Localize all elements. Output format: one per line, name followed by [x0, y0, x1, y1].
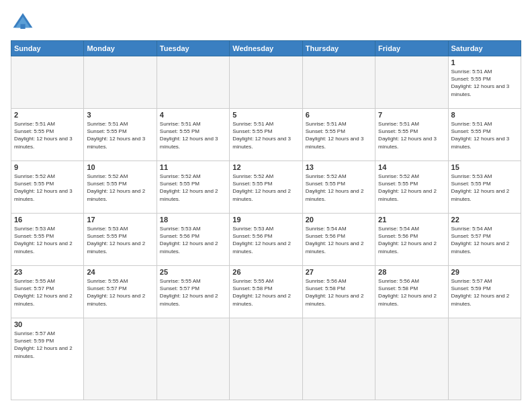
calendar-cell: 5Sunrise: 5:51 AMSunset: 5:55 PMDaylight…: [230, 109, 302, 161]
calendar-cell: [84, 318, 157, 400]
day-number: 5: [232, 111, 299, 119]
calendar-cell: 15Sunrise: 5:53 AMSunset: 5:55 PMDayligh…: [448, 161, 521, 214]
calendar-cell: 23Sunrise: 5:55 AMSunset: 5:57 PMDayligh…: [11, 266, 84, 318]
day-info: Sunrise: 5:53 AMSunset: 5:55 PMDaylight:…: [14, 225, 81, 255]
calendar-cell: [448, 318, 521, 400]
day-number: 1: [451, 58, 518, 66]
day-number: 15: [451, 163, 518, 171]
logo-icon: [11, 11, 35, 35]
day-info: Sunrise: 5:52 AMSunset: 5:55 PMDaylight:…: [378, 173, 445, 203]
day-info: Sunrise: 5:54 AMSunset: 5:56 PMDaylight:…: [378, 225, 445, 255]
calendar-cell: [302, 318, 375, 400]
calendar-cell: [230, 318, 302, 400]
day-number: 28: [378, 268, 445, 276]
calendar-cell: 21Sunrise: 5:54 AMSunset: 5:56 PMDayligh…: [375, 214, 448, 266]
calendar-cell: 1Sunrise: 5:51 AMSunset: 5:55 PMDaylight…: [448, 56, 521, 109]
day-number: 11: [160, 163, 226, 171]
day-info: Sunrise: 5:52 AMSunset: 5:55 PMDaylight:…: [87, 173, 153, 203]
day-number: 23: [14, 268, 81, 276]
day-number: 16: [14, 216, 81, 224]
day-number: 4: [160, 111, 226, 119]
calendar-cell: 14Sunrise: 5:52 AMSunset: 5:55 PMDayligh…: [375, 161, 448, 214]
calendar-cell: 16Sunrise: 5:53 AMSunset: 5:55 PMDayligh…: [11, 214, 84, 266]
day-number: 8: [451, 111, 518, 119]
col-header-friday: Friday: [375, 41, 448, 56]
day-number: 29: [451, 268, 518, 276]
day-number: 10: [87, 163, 153, 171]
day-number: 22: [451, 216, 518, 224]
day-info: Sunrise: 5:52 AMSunset: 5:55 PMDaylight:…: [232, 173, 299, 203]
col-header-saturday: Saturday: [448, 41, 521, 56]
day-info: Sunrise: 5:56 AMSunset: 5:58 PMDaylight:…: [378, 277, 445, 308]
day-number: 18: [160, 216, 226, 224]
day-number: 19: [232, 216, 299, 224]
day-info: Sunrise: 5:55 AMSunset: 5:57 PMDaylight:…: [14, 277, 81, 308]
day-info: Sunrise: 5:53 AMSunset: 5:55 PMDaylight:…: [87, 225, 153, 255]
calendar-cell: 12Sunrise: 5:52 AMSunset: 5:55 PMDayligh…: [230, 161, 302, 214]
day-number: 25: [160, 268, 226, 276]
day-number: 2: [14, 111, 81, 119]
day-info: Sunrise: 5:54 AMSunset: 5:57 PMDaylight:…: [451, 225, 518, 255]
day-number: 20: [306, 216, 372, 224]
day-info: Sunrise: 5:56 AMSunset: 5:58 PMDaylight:…: [306, 277, 372, 308]
day-number: 26: [232, 268, 299, 276]
calendar-cell: [157, 56, 229, 109]
calendar-cell: 11Sunrise: 5:52 AMSunset: 5:55 PMDayligh…: [157, 161, 229, 214]
col-header-tuesday: Tuesday: [157, 41, 229, 56]
calendar-cell: [84, 56, 157, 109]
day-info: Sunrise: 5:51 AMSunset: 5:55 PMDaylight:…: [14, 120, 81, 150]
calendar-cell: 18Sunrise: 5:53 AMSunset: 5:56 PMDayligh…: [157, 214, 229, 266]
page: SundayMondayTuesdayWednesdayThursdayFrid…: [0, 0, 532, 411]
day-number: 7: [378, 111, 445, 119]
header: [11, 11, 521, 35]
calendar-cell: [230, 56, 302, 109]
day-info: Sunrise: 5:51 AMSunset: 5:55 PMDaylight:…: [378, 120, 445, 150]
calendar-cell: 24Sunrise: 5:55 AMSunset: 5:57 PMDayligh…: [84, 266, 157, 318]
day-info: Sunrise: 5:53 AMSunset: 5:56 PMDaylight:…: [232, 225, 299, 255]
day-number: 30: [14, 320, 81, 328]
calendar-cell: 27Sunrise: 5:56 AMSunset: 5:58 PMDayligh…: [302, 266, 375, 318]
calendar-cell: [302, 56, 375, 109]
calendar-cell: [11, 56, 84, 109]
day-number: 21: [378, 216, 445, 224]
day-info: Sunrise: 5:51 AMSunset: 5:55 PMDaylight:…: [306, 120, 372, 150]
calendar-cell: 28Sunrise: 5:56 AMSunset: 5:58 PMDayligh…: [375, 266, 448, 318]
calendar-cell: 13Sunrise: 5:52 AMSunset: 5:55 PMDayligh…: [302, 161, 375, 214]
day-info: Sunrise: 5:52 AMSunset: 5:55 PMDaylight:…: [306, 173, 372, 203]
calendar-cell: [375, 56, 448, 109]
calendar-cell: 4Sunrise: 5:51 AMSunset: 5:55 PMDaylight…: [157, 109, 229, 161]
col-header-sunday: Sunday: [11, 41, 84, 56]
day-info: Sunrise: 5:53 AMSunset: 5:55 PMDaylight:…: [451, 173, 518, 203]
calendar-cell: 17Sunrise: 5:53 AMSunset: 5:55 PMDayligh…: [84, 214, 157, 266]
day-info: Sunrise: 5:51 AMSunset: 5:55 PMDaylight:…: [160, 120, 226, 150]
day-info: Sunrise: 5:57 AMSunset: 5:59 PMDaylight:…: [14, 330, 81, 360]
col-header-monday: Monday: [84, 41, 157, 56]
calendar-cell: 25Sunrise: 5:55 AMSunset: 5:57 PMDayligh…: [157, 266, 229, 318]
calendar-cell: 20Sunrise: 5:54 AMSunset: 5:56 PMDayligh…: [302, 214, 375, 266]
calendar-cell: 26Sunrise: 5:55 AMSunset: 5:58 PMDayligh…: [230, 266, 302, 318]
day-number: 9: [14, 163, 81, 171]
day-info: Sunrise: 5:52 AMSunset: 5:55 PMDaylight:…: [160, 173, 226, 203]
day-info: Sunrise: 5:55 AMSunset: 5:58 PMDaylight:…: [232, 277, 299, 308]
day-info: Sunrise: 5:53 AMSunset: 5:56 PMDaylight:…: [160, 225, 226, 255]
day-info: Sunrise: 5:51 AMSunset: 5:55 PMDaylight:…: [232, 120, 299, 150]
day-number: 14: [378, 163, 445, 171]
svg-rect-2: [20, 24, 25, 29]
day-number: 27: [306, 268, 372, 276]
calendar-cell: 10Sunrise: 5:52 AMSunset: 5:55 PMDayligh…: [84, 161, 157, 214]
logo: [11, 11, 38, 35]
day-info: Sunrise: 5:51 AMSunset: 5:55 PMDaylight:…: [87, 120, 153, 150]
day-number: 12: [232, 163, 299, 171]
day-number: 6: [306, 111, 372, 119]
day-info: Sunrise: 5:52 AMSunset: 5:55 PMDaylight:…: [14, 173, 81, 203]
day-number: 3: [87, 111, 153, 119]
calendar-cell: 9Sunrise: 5:52 AMSunset: 5:55 PMDaylight…: [11, 161, 84, 214]
day-number: 17: [87, 216, 153, 224]
calendar-cell: 2Sunrise: 5:51 AMSunset: 5:55 PMDaylight…: [11, 109, 84, 161]
day-info: Sunrise: 5:57 AMSunset: 5:59 PMDaylight:…: [451, 277, 518, 308]
calendar-cell: [157, 318, 229, 400]
calendar-cell: 19Sunrise: 5:53 AMSunset: 5:56 PMDayligh…: [230, 214, 302, 266]
day-info: Sunrise: 5:55 AMSunset: 5:57 PMDaylight:…: [160, 277, 226, 308]
calendar-cell: 7Sunrise: 5:51 AMSunset: 5:55 PMDaylight…: [375, 109, 448, 161]
day-info: Sunrise: 5:55 AMSunset: 5:57 PMDaylight:…: [87, 277, 153, 308]
